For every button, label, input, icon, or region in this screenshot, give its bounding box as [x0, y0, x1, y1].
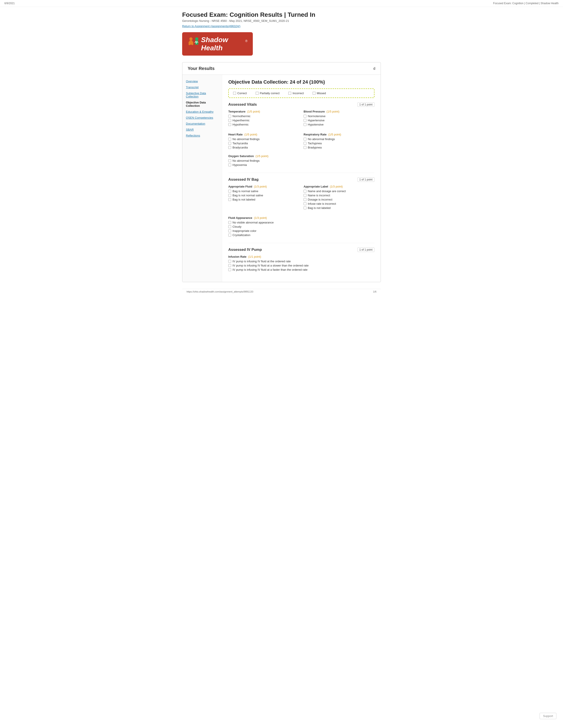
sidebar-item-overview[interactable]: Overview	[182, 78, 222, 84]
svg-point-0	[189, 37, 192, 40]
rr-label: Respiratory Rate (1/5 point)	[304, 133, 375, 136]
rr-opt-2: Bradypnea	[304, 146, 375, 149]
iv-bag-title-row: Assessed IV Bag 1 of 1 point	[228, 177, 375, 182]
infusion-label: Infusion Rate (1/1 point)	[228, 255, 375, 258]
o2-label: Oxygen Saturation (1/5 point)	[228, 154, 375, 158]
infusion-rate-group: Infusion Rate (1/1 point) IV pump is inf…	[228, 255, 375, 271]
sidebar-item-objective[interactable]: Objective Data Collection	[182, 99, 222, 109]
logo-icon	[187, 36, 201, 52]
temperature-label: Temperature (1/5 point)	[228, 110, 299, 113]
appear-opt-3: Crystallization	[228, 233, 375, 237]
assessed-iv-pump-section: Assessed IV Pump 1 of 1 point Infusion R…	[228, 248, 375, 271]
fluid-opt-2: Bag is not labeled	[228, 198, 299, 201]
iv-bag-grid: Appropriate Fluid (1/3 point) Bag is nor…	[228, 185, 375, 214]
rr-opt-1: Tachypnea	[304, 142, 375, 145]
hr-group: Heart Rate (1/5 point) No abnormal findi…	[228, 133, 299, 150]
legend-partially: Partially correct	[256, 92, 280, 95]
label-group: Appropriate Label (1/3 point) Name and d…	[304, 185, 375, 210]
appl-label: Appropriate Label (1/3 point)	[304, 185, 375, 188]
infusion-opt-0: IV pump is infusing IV fluid at the orde…	[228, 260, 375, 263]
sidebar-item-education[interactable]: Education & Empathy	[182, 109, 222, 115]
temp-opt-0: Normothermic	[228, 114, 299, 118]
appear-opt-2: Inappropriate color	[228, 229, 375, 233]
footer-url: https://ohio.shadowhealth.com/assignment…	[186, 290, 253, 293]
bp-label: Blood Pressure (1/5 point)	[304, 110, 375, 113]
sidebar-item-transcript[interactable]: Transcript	[182, 84, 222, 90]
bp-opt-0: Normotensive	[304, 114, 375, 118]
iv-pump-badge: 1 of 1 point	[358, 248, 375, 252]
sidebar-item-reflections[interactable]: Reflections	[182, 133, 222, 139]
iv-pump-title-row: Assessed IV Pump 1 of 1 point	[228, 248, 375, 252]
o2-opt-0: No abnormal findings	[228, 159, 375, 162]
legend-correct: Correct	[233, 92, 247, 95]
main-content: Objective Data Collection: 24 of 24 (100…	[222, 75, 381, 282]
vitals-title: Assessed Vitals	[228, 102, 257, 107]
footer-page: 1/6	[373, 290, 377, 293]
svg-rect-2	[188, 41, 190, 45]
sidebar-item-subjective[interactable]: Subjective Data Collection	[182, 90, 222, 99]
appl-opt-2: Dosage is incorrect	[304, 198, 375, 201]
results-toggle[interactable]: d	[373, 67, 375, 71]
infusion-opt-1: IV pump is infusing IV fluid at a slower…	[228, 264, 375, 267]
assessed-iv-bag-section: Assessed IV Bag 1 of 1 point Appropriate…	[228, 177, 375, 237]
svg-point-4	[195, 37, 198, 40]
logo-container: Shadow Health ®	[182, 32, 381, 56]
bp-opt-2: Hypotensive	[304, 123, 375, 126]
legend-box: Correct Partially correct Incorrect Miss…	[228, 88, 375, 98]
appl-opt-3: Infuse rate is incorrect	[304, 202, 375, 205]
iv-bag-badge: 1 of 1 point	[358, 177, 375, 182]
temp-opt-1: Hyperthermic	[228, 119, 299, 122]
page-title: Focused Exam: Cognition Results | Turned…	[182, 11, 381, 18]
rr-group: Respiratory Rate (1/5 point) No abnormal…	[304, 133, 375, 150]
logo-box: Shadow Health ®	[182, 32, 253, 56]
fluid-label: Appropriate Fluid (1/3 point)	[228, 185, 299, 188]
bp-group: Blood Pressure (1/5 point) Normotensive …	[304, 110, 375, 127]
hr-label: Heart Rate (1/5 point)	[228, 133, 299, 136]
sidebar-item-sbar[interactable]: SBAR	[182, 127, 222, 133]
svg-rect-3	[192, 41, 193, 45]
hr-opt-1: Tachycardia	[228, 142, 299, 145]
iv-pump-title: Assessed IV Pump	[228, 248, 262, 252]
correct-checkbox	[233, 92, 236, 95]
page-subtitle: Gerontologic Nursing - NRSE 4560 - May 2…	[182, 19, 381, 23]
top-bar: 6/9/2021 Focused Exam: Cognition | Compl…	[0, 0, 563, 7]
return-link[interactable]: Return to Assignment (/assignments/49632…	[182, 24, 240, 28]
partially-checkbox	[256, 92, 258, 95]
o2-group: Oxygen Saturation (1/5 point) No abnorma…	[228, 154, 375, 167]
bottom-bar: https://ohio.shadowhealth.com/assignment…	[182, 289, 381, 294]
appl-opt-1: Name is incorrect	[304, 194, 375, 197]
logo-text: Shadow Health	[201, 36, 245, 52]
date-label: 6/9/2021	[4, 2, 15, 5]
vitals-badge: 1 of 1 point	[358, 102, 375, 107]
results-body: Overview Transcript Subjective Data Coll…	[182, 75, 381, 282]
fluid-appear-label: Fluid Appearance (1/3 point)	[228, 216, 375, 220]
temp-opt-2: Hypothermic	[228, 123, 299, 126]
hr-opt-2: Bradycardia	[228, 146, 299, 149]
temperature-group: Temperature (1/5 point) Normothermic Hyp…	[228, 110, 299, 127]
incorrect-checkbox	[289, 92, 291, 95]
vitals-title-row: Assessed Vitals 1 of 1 point	[228, 102, 375, 107]
fluid-opt-0: Bag is normal saline	[228, 190, 299, 193]
bp-opt-1: Hypertensive	[304, 119, 375, 122]
results-card: Your Results d Overview Transcript Subje…	[182, 62, 381, 282]
fluid-opt-1: Bag is not normal saline	[228, 194, 299, 197]
appl-opt-0: Name and dosage are correct	[304, 190, 375, 193]
appear-opt-1: Cloudy	[228, 225, 375, 228]
results-header: Your Results d	[182, 62, 381, 75]
page-tab-title: Focused Exam: Cognition | Completed | Sh…	[493, 2, 559, 5]
legend-missed: Missed	[313, 92, 326, 95]
iv-bag-title: Assessed IV Bag	[228, 177, 258, 182]
logo-reg: ®	[245, 39, 247, 43]
missed-checkbox	[313, 92, 316, 95]
sidebar-item-documentation[interactable]: Documentation	[182, 121, 222, 127]
o2-opt-1: Hypoxemia	[228, 163, 375, 167]
legend-incorrect: Incorrect	[289, 92, 304, 95]
vitals-grid: Temperature (1/5 point) Normothermic Hyp…	[228, 110, 375, 154]
appl-opt-4: Bag is not labeled	[304, 206, 375, 210]
rr-opt-0: No abnormal findings	[304, 137, 375, 141]
fluid-group: Appropriate Fluid (1/3 point) Bag is nor…	[228, 185, 299, 210]
section-title: Objective Data Collection: 24 of 24 (100…	[228, 79, 375, 85]
fluid-appearance-group: Fluid Appearance (1/3 point) No visible …	[228, 216, 375, 237]
sidebar-item-qsen[interactable]: QSEN Competencies	[182, 115, 222, 121]
hr-opt-0: No abnormal findings	[228, 137, 299, 141]
